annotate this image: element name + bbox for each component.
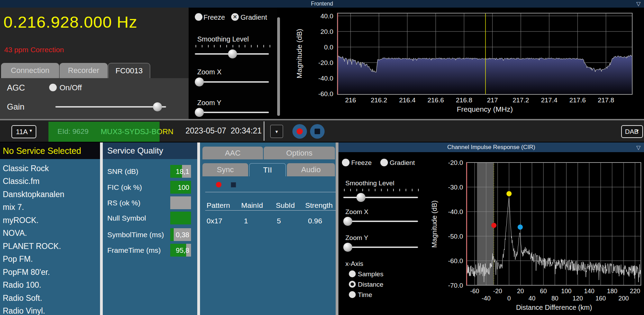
zoom-x-slider[interactable]: [195, 77, 269, 86]
tab-audio[interactable]: Audio: [287, 163, 335, 176]
gain-slider[interactable]: [55, 102, 166, 111]
cir-x-tick-label: 220: [630, 288, 640, 295]
tii-column-header: Strength: [305, 201, 333, 210]
expand-dropdown-button[interactable]: ▼: [270, 125, 283, 138]
service-item[interactable]: PopFM 80'er.: [0, 266, 100, 279]
tii-cell: 1: [244, 217, 248, 225]
stop-button[interactable]: [310, 124, 325, 139]
cir-zoom-y-slider-handle[interactable]: [343, 243, 352, 252]
tii-column-header: SubId: [276, 201, 295, 210]
service-item[interactable]: myROCK.: [0, 214, 100, 227]
tii-record-icon[interactable]: [216, 182, 221, 187]
ppm-correction-label: 43 ppm Correction: [4, 46, 64, 54]
eid-label-overlay: EId: 9629: [57, 127, 89, 136]
gradient-label: Gradient: [241, 13, 267, 21]
cir-freeze-label: Freeze: [351, 159, 372, 167]
distance-radio[interactable]: [349, 281, 356, 288]
panel-divider[interactable]: [197, 142, 200, 315]
y-tick-label: -60.0: [318, 90, 333, 98]
cir-gradient-label: Gradient: [390, 159, 415, 167]
smoothing-slider-handle[interactable]: [228, 49, 237, 58]
service-item[interactable]: mix 7.: [0, 201, 100, 214]
service-item[interactable]: Radio 100.: [0, 279, 100, 292]
freeze-label: Freeze: [203, 13, 225, 21]
cir-gradient-radio[interactable]: [380, 159, 388, 166]
x-tick-label: 216.8: [456, 96, 472, 104]
service-item[interactable]: Classic.fm: [0, 175, 100, 188]
cir-marker-dot: [491, 223, 497, 228]
tab-recorder[interactable]: Recorder: [60, 63, 108, 78]
tab-options[interactable]: Options: [264, 147, 335, 159]
cir-panel: Channel Impulse Response (CIR) ▽ -20.0-3…: [338, 142, 644, 315]
smoothing-slider[interactable]: [195, 49, 269, 58]
tab-tii[interactable]: TII: [249, 163, 286, 176]
cir-y-tick-label: -60.0: [448, 257, 463, 265]
tii-stop-icon[interactable]: [231, 182, 236, 187]
service-item[interactable]: NOVA.: [0, 227, 100, 240]
freeze-radio[interactable]: [195, 13, 202, 21]
decoder-scrollbar[interactable]: [336, 142, 338, 315]
panel-divider[interactable]: [100, 142, 103, 315]
frontend-spectrum-plot[interactable]: 40.020.00.0-20.0-40.0-60.0216216.2216.42…: [280, 8, 644, 120]
zoom-x-slider-handle[interactable]: [195, 77, 204, 86]
channel-select[interactable]: 11A ▼: [11, 125, 36, 138]
spectrum-controls-scrollbar[interactable]: [277, 17, 280, 116]
gain-slider-handle[interactable]: [153, 102, 162, 111]
agc-radio[interactable]: [49, 84, 57, 91]
service-item[interactable]: PLANET ROCK.: [0, 240, 100, 253]
cir-x-tick-label: -20: [493, 288, 502, 295]
service-item[interactable]: Radio Vinyl.: [0, 305, 100, 315]
cir-smoothing-slider-handle[interactable]: [356, 193, 365, 202]
service-item[interactable]: Classic Rock: [0, 162, 100, 175]
zoom-y-slider-handle[interactable]: [195, 108, 204, 117]
service-item[interactable]: Pop FM.: [0, 253, 100, 266]
gradient-radio[interactable]: [231, 13, 239, 21]
sq-value-bar: [170, 212, 191, 224]
time-radio-label: Time: [358, 291, 372, 299]
cir-zoom-x-slider[interactable]: [343, 217, 418, 226]
cir-x-tick-label: 40: [528, 295, 535, 302]
tab-fc0013[interactable]: FC0013: [108, 63, 150, 78]
cir-x-tick-label: 160: [596, 295, 606, 302]
sq-value-text: 0,38: [176, 231, 189, 239]
samples-radio[interactable]: [349, 270, 356, 277]
frequency-display: 0.216.928.000 Hz: [3, 12, 137, 31]
cir-x-axis-title: Distance Difference (km): [516, 304, 592, 311]
app-window: Frontend ▽ 0.216.928.000 Hz 43 ppm Corre…: [0, 0, 644, 315]
y-tick-label: -20.0: [318, 59, 333, 66]
x-tick-label: 216: [345, 96, 356, 104]
service-item[interactable]: Radio Soft.: [0, 291, 100, 305]
tii-cell: 5: [277, 217, 281, 225]
cir-freeze-radio[interactable]: [342, 159, 350, 166]
cir-smoothing-slider[interactable]: [343, 193, 418, 202]
tab-connection[interactable]: Connection: [1, 63, 59, 78]
time-radio[interactable]: [349, 291, 356, 298]
record-button[interactable]: [292, 124, 307, 139]
cir-zoom-y-slider[interactable]: [343, 243, 418, 252]
tii-column-header: Pattern: [207, 201, 230, 210]
sq-row-label: RS (ok %): [107, 199, 140, 207]
cir-x-tick-label: 0: [507, 295, 511, 302]
cir-y-tick-label: -70.0: [448, 282, 463, 289]
cir-zoom-x-label: Zoom X: [345, 208, 369, 216]
stop-icon: [315, 129, 320, 134]
service-item[interactable]: Dansktopkanalen: [0, 188, 100, 201]
cir-zoom-x-slider-handle[interactable]: [343, 217, 352, 226]
zoom-x-label: Zoom X: [197, 68, 221, 76]
tii-header-underline: [205, 210, 336, 211]
cir-x-tick-label: 180: [607, 288, 617, 295]
cir-smoothing-label: Smoothing Level: [345, 179, 394, 187]
mode-select[interactable]: DAB ▼: [621, 125, 643, 138]
y-tick-label: -40.0: [318, 75, 333, 82]
tab-sync[interactable]: Sync: [202, 163, 248, 176]
tab-aac[interactable]: AAC: [202, 147, 263, 159]
cir-x-tick-label: 140: [584, 288, 595, 295]
zoom-y-slider[interactable]: [195, 108, 269, 117]
gain-slider-track[interactable]: [55, 106, 166, 108]
cir-x-tick-label: -60: [470, 288, 479, 295]
zoom-y-label: Zoom Y: [197, 99, 221, 107]
cir-plot[interactable]: -20.0-30.0-40.0-50.0-60.0-70.0-60-202060…: [338, 142, 644, 315]
sq-value-text: 95,8: [176, 246, 189, 254]
collapse-panel-icon[interactable]: ▽: [636, 0, 641, 8]
cir-zoom-y-label: Zoom Y: [345, 234, 368, 242]
